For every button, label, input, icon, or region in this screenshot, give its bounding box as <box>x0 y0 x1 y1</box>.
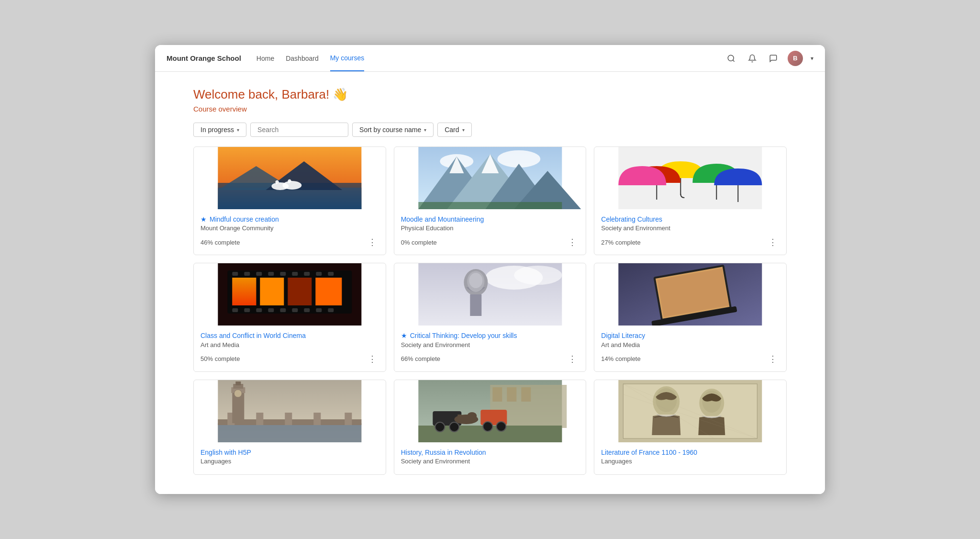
nav-home[interactable]: Home <box>256 46 274 71</box>
nav-my-courses[interactable]: My courses <box>330 45 365 71</box>
svg-point-7 <box>282 181 301 190</box>
view-filter[interactable]: Card ▾ <box>437 123 471 137</box>
course-title[interactable]: Literature of France 1100 - 1960 <box>601 448 697 457</box>
search-input[interactable] <box>250 123 348 137</box>
search-icon[interactable] <box>724 52 738 65</box>
avatar[interactable]: B <box>788 51 803 66</box>
course-card: History, Russia in Revolution Society an… <box>394 380 587 475</box>
progress-text: 0% complete <box>401 239 437 246</box>
course-category: Languages <box>200 458 379 465</box>
more-menu-button[interactable]: ⋮ <box>566 236 579 249</box>
navbar-right: B ▾ <box>724 51 813 66</box>
svg-rect-46 <box>315 278 342 305</box>
svg-rect-77 <box>521 387 531 402</box>
more-menu-button[interactable]: ⋮ <box>366 236 379 249</box>
course-title-row: English with H5P <box>200 448 379 457</box>
svg-point-83 <box>483 422 492 431</box>
svg-rect-67 <box>345 413 352 425</box>
course-title-row: Digital Literacy <box>601 331 780 340</box>
svg-rect-34 <box>232 308 238 312</box>
course-info: Digital Literacy Art and Media 14% compl… <box>594 326 786 371</box>
course-footer: 50% complete ⋮ <box>200 352 379 366</box>
more-menu-button[interactable]: ⋮ <box>566 352 579 366</box>
svg-rect-36 <box>256 308 262 312</box>
more-menu-button[interactable]: ⋮ <box>766 352 780 366</box>
course-footer: 46% complete ⋮ <box>200 236 379 249</box>
course-category: Society and Environment <box>601 225 780 232</box>
course-info: English with H5P Languages <box>194 442 386 474</box>
course-title[interactable]: Moodle and Mountaineering <box>401 215 484 224</box>
progress-text: 46% complete <box>200 239 240 246</box>
course-info: ★ Critical Thinking: Develop your skills… <box>394 326 586 371</box>
course-category: Languages <box>601 458 780 465</box>
course-footer: 27% complete ⋮ <box>601 236 780 249</box>
svg-point-54 <box>469 273 482 288</box>
course-category: Mount Orange Community <box>200 225 379 232</box>
course-title[interactable]: Celebrating Cultures <box>601 215 662 224</box>
avatar-chevron[interactable]: ▾ <box>811 55 813 62</box>
status-filter[interactable]: In progress ▾ <box>193 123 246 137</box>
svg-point-84 <box>496 422 506 431</box>
navbar: Mount Orange School Home Dashboard My co… <box>155 45 825 72</box>
course-title[interactable]: Mindful course creation <box>210 215 279 224</box>
main-nav: Home Dashboard My courses <box>256 45 364 71</box>
svg-rect-75 <box>492 387 502 402</box>
svg-point-87 <box>467 412 477 420</box>
svg-rect-52 <box>470 294 481 316</box>
star-icon: ★ <box>200 215 207 223</box>
course-title[interactable]: Class and Conflict in World Cinema <box>200 331 306 340</box>
svg-rect-65 <box>285 413 292 425</box>
course-card: Celebrating Cultures Society and Environ… <box>594 146 787 255</box>
course-card: ★ Critical Thinking: Develop your skills… <box>394 263 587 371</box>
course-title[interactable]: English with H5P <box>200 448 251 457</box>
course-info: History, Russia in Revolution Society an… <box>394 442 586 474</box>
course-footer: 0% complete ⋮ <box>401 236 579 249</box>
svg-rect-38 <box>280 308 286 312</box>
course-title[interactable]: History, Russia in Revolution <box>401 448 486 457</box>
sort-filter[interactable]: Sort by course name ▾ <box>352 123 434 137</box>
svg-rect-39 <box>292 308 298 312</box>
progress-text: 27% complete <box>601 239 640 246</box>
more-menu-button[interactable]: ⋮ <box>766 236 780 249</box>
svg-rect-64 <box>256 413 263 425</box>
course-footer: 66% complete ⋮ <box>401 352 579 366</box>
svg-point-72 <box>234 390 242 397</box>
svg-rect-31 <box>304 272 310 276</box>
course-card: ★ Mindful course creation Mount Orange C… <box>193 146 386 255</box>
course-card: Digital Literacy Art and Media 14% compl… <box>594 263 787 371</box>
course-title-row: History, Russia in Revolution <box>401 448 579 457</box>
svg-rect-35 <box>244 308 250 312</box>
course-title[interactable]: Digital Literacy <box>601 331 645 340</box>
more-menu-button[interactable]: ⋮ <box>366 352 379 366</box>
course-info: Moodle and Mountaineering Physical Educa… <box>394 209 586 255</box>
course-title-row: ★ Mindful course creation <box>200 215 379 224</box>
course-info: Literature of France 1100 - 1960 Languag… <box>594 442 786 474</box>
svg-rect-86 <box>457 415 461 423</box>
course-category: Art and Media <box>200 341 379 348</box>
brand: Mount Orange School <box>167 54 241 62</box>
svg-rect-42 <box>328 308 334 312</box>
course-info: ★ Mindful course creation Mount Orange C… <box>194 209 386 255</box>
course-category: Society and Environment <box>401 458 579 465</box>
bell-icon[interactable] <box>746 52 759 65</box>
svg-rect-61 <box>218 423 361 442</box>
course-category: Art and Media <box>601 341 780 348</box>
course-card: English with H5P Languages <box>193 380 386 475</box>
nav-dashboard[interactable]: Dashboard <box>286 46 319 71</box>
svg-rect-27 <box>256 272 262 276</box>
svg-rect-37 <box>268 308 274 312</box>
svg-rect-25 <box>232 272 238 276</box>
svg-rect-32 <box>316 272 322 276</box>
main-content: Welcome back, Barbara! 👋 Course overview… <box>155 72 825 494</box>
svg-point-50 <box>514 266 562 285</box>
view-chevron-icon: ▾ <box>462 127 465 133</box>
course-card: Literature of France 1100 - 1960 Languag… <box>594 380 787 475</box>
course-category: Physical Education <box>401 225 579 232</box>
course-card: Class and Conflict in World Cinema Art a… <box>193 263 386 371</box>
svg-rect-47 <box>232 278 256 305</box>
course-title[interactable]: Critical Thinking: Develop your skills <box>410 331 517 340</box>
chat-icon[interactable] <box>767 52 780 65</box>
svg-point-81 <box>449 422 459 432</box>
course-footer: 14% complete ⋮ <box>601 352 780 366</box>
svg-rect-76 <box>507 387 516 402</box>
